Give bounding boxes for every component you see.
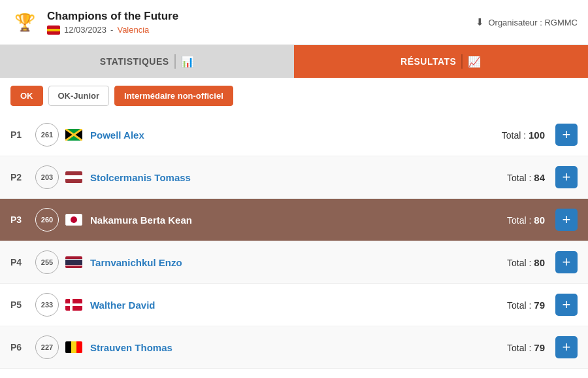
position-label: P6 bbox=[10, 342, 29, 352]
table-row: P3260Nakamura Berta KeanTotal : 80+ bbox=[0, 199, 588, 241]
expand-button[interactable]: + bbox=[555, 294, 578, 316]
table-row: P7241Eyckmans EanTotal : 74+ bbox=[0, 369, 588, 378]
tab-divider bbox=[174, 54, 176, 69]
athlete-name[interactable]: Walther David bbox=[90, 300, 507, 311]
table-row: P4255Tarnvanichkul EnzoTotal : 80+ bbox=[0, 241, 588, 284]
intermediaire-button[interactable]: Intermédaire non-officiel bbox=[114, 86, 233, 106]
organizer-label: Organisateur : RGMMC bbox=[488, 18, 578, 27]
header-right: ⬇ Organisateur : RGMMC bbox=[476, 16, 578, 28]
expand-button[interactable]: + bbox=[555, 251, 578, 273]
position-label: P1 bbox=[10, 129, 29, 140]
flag-denmark-icon bbox=[65, 298, 84, 311]
position-label: P4 bbox=[10, 257, 29, 267]
tab-results[interactable]: RÉSULTATS 📈 bbox=[294, 45, 588, 78]
download-icon: ⬇ bbox=[476, 16, 484, 28]
main-container: 🏆 Champions of the Future 12/03/2023 - V… bbox=[0, 0, 588, 378]
tabs-container: STATISTIQUES 📊 RÉSULTATS 📈 bbox=[0, 45, 588, 78]
header-left: 🏆 Champions of the Future 12/03/2023 - V… bbox=[10, 8, 178, 37]
header-meta: 12/03/2023 - Valencia bbox=[47, 25, 178, 35]
tab-statistics[interactable]: STATISTIQUES 📊 bbox=[0, 45, 294, 78]
total-score: Total : 80 bbox=[507, 215, 545, 226]
event-date: 12/03/2023 bbox=[64, 25, 106, 35]
flag-jamaica-icon bbox=[65, 128, 84, 141]
results-chart-icon: 📈 bbox=[468, 56, 482, 68]
position-label: P3 bbox=[10, 215, 29, 225]
trophy-icon: 🏆 bbox=[10, 8, 39, 37]
bib-number: 255 bbox=[35, 250, 59, 274]
total-score: Total : 79 bbox=[507, 300, 545, 311]
tab-results-label: RÉSULTATS bbox=[400, 56, 456, 67]
bib-number: 233 bbox=[35, 293, 59, 317]
athlete-name[interactable]: Powell Alex bbox=[90, 129, 502, 141]
total-score: Total : 79 bbox=[507, 342, 545, 353]
expand-button[interactable]: + bbox=[555, 336, 578, 358]
flag-belgium-icon bbox=[65, 341, 84, 354]
table-row: P1261 Powell AlexTotal : 100+ bbox=[0, 114, 588, 156]
athlete-name[interactable]: Nakamura Berta Kean bbox=[90, 215, 507, 226]
athlete-name[interactable]: Strauven Thomas bbox=[90, 342, 507, 353]
bib-number: 260 bbox=[35, 208, 59, 232]
ok-button[interactable]: OK bbox=[10, 86, 43, 106]
position-label: P5 bbox=[10, 300, 29, 310]
expand-button[interactable]: + bbox=[555, 124, 578, 146]
table-row: P6227Strauven ThomasTotal : 79+ bbox=[0, 326, 588, 369]
flag-spain-icon bbox=[47, 26, 60, 35]
expand-button[interactable]: + bbox=[555, 166, 578, 188]
bib-number: 261 bbox=[35, 123, 59, 146]
total-score: Total : 100 bbox=[502, 129, 545, 141]
stats-chart-icon: 📊 bbox=[181, 56, 195, 68]
position-label: P2 bbox=[10, 172, 29, 182]
tab-results-divider bbox=[461, 54, 463, 69]
flag-latvia-icon bbox=[65, 171, 84, 184]
table-row: P2203Stolcermanis TomassTotal : 84+ bbox=[0, 156, 588, 199]
city-link[interactable]: Valencia bbox=[117, 25, 149, 35]
results-list: P1261 Powell AlexTotal : 100+P2203Stolce… bbox=[0, 114, 588, 378]
total-score: Total : 80 bbox=[507, 257, 545, 268]
event-title: Champions of the Future bbox=[47, 10, 178, 23]
bib-number: 227 bbox=[35, 335, 59, 359]
ok-junior-button[interactable]: OK-Junior bbox=[48, 86, 110, 106]
flag-japan-icon bbox=[65, 213, 84, 226]
header-info: Champions of the Future 12/03/2023 - Val… bbox=[47, 10, 178, 35]
filter-buttons-row: OK OK-Junior Intermédaire non-officiel bbox=[0, 78, 588, 114]
date-city-separator: - bbox=[110, 25, 113, 35]
athlete-name[interactable]: Tarnvanichkul Enzo bbox=[90, 257, 507, 268]
total-score: Total : 84 bbox=[507, 172, 545, 183]
table-row: P5233Walther DavidTotal : 79+ bbox=[0, 284, 588, 326]
expand-button[interactable]: + bbox=[555, 209, 578, 231]
tab-stats-label: STATISTIQUES bbox=[100, 56, 169, 67]
athlete-name[interactable]: Stolcermanis Tomass bbox=[90, 172, 507, 183]
bib-number: 203 bbox=[35, 165, 59, 189]
header: 🏆 Champions of the Future 12/03/2023 - V… bbox=[0, 0, 588, 45]
flag-thailand-icon bbox=[65, 256, 84, 269]
